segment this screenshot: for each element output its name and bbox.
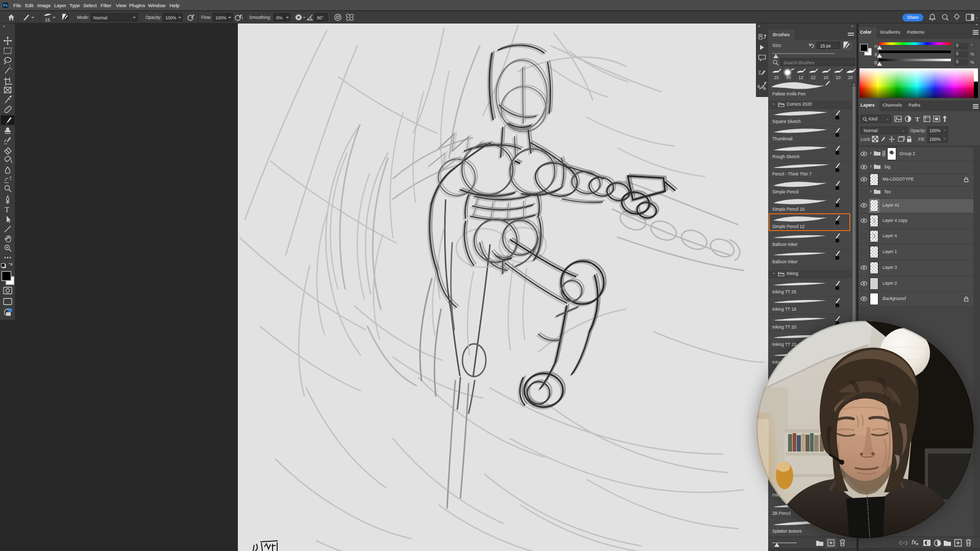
svg-text:12: 12 [798,75,803,80]
svg-text:»: » [3,24,6,29]
svg-text:T: T [5,206,9,214]
svg-text:10: 10 [823,75,828,80]
svg-text:T: T [915,115,920,123]
svg-text:12: 12 [811,75,816,80]
svg-text:20: 20 [848,75,853,80]
svg-text:10: 10 [836,75,841,80]
svg-text:«: « [758,24,761,29]
svg-text:15: 15 [774,75,779,80]
